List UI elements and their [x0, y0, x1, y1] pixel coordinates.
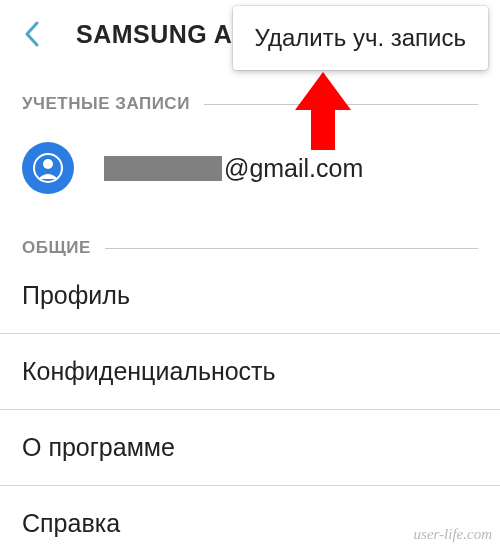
section-accounts-label: УЧЕТНЫЕ ЗАПИСИ: [22, 94, 190, 114]
menu-item-about[interactable]: О программе: [0, 410, 500, 486]
email-domain: @gmail.com: [224, 154, 363, 183]
section-general-header: ОБЩИЕ: [0, 238, 500, 258]
overflow-menu: Удалить уч. запись: [233, 6, 488, 70]
watermark: user-life.com: [414, 526, 492, 543]
delete-account-menu-item[interactable]: Удалить уч. запись: [255, 24, 466, 52]
menu-item-profile[interactable]: Профиль: [0, 258, 500, 334]
section-accounts-header: УЧЕТНЫЕ ЗАПИСИ: [0, 94, 500, 114]
back-button[interactable]: [18, 20, 46, 48]
svg-point-1: [43, 159, 53, 169]
account-email: @gmail.com: [104, 154, 363, 183]
section-general-label: ОБЩИЕ: [22, 238, 91, 258]
menu-item-privacy[interactable]: Конфиденциальность: [0, 334, 500, 410]
account-row[interactable]: @gmail.com: [0, 114, 500, 218]
divider: [105, 248, 478, 249]
account-avatar-icon: [22, 142, 74, 194]
chevron-left-icon: [24, 21, 40, 47]
redacted-text: [104, 156, 222, 181]
annotation-arrow: [293, 72, 353, 156]
